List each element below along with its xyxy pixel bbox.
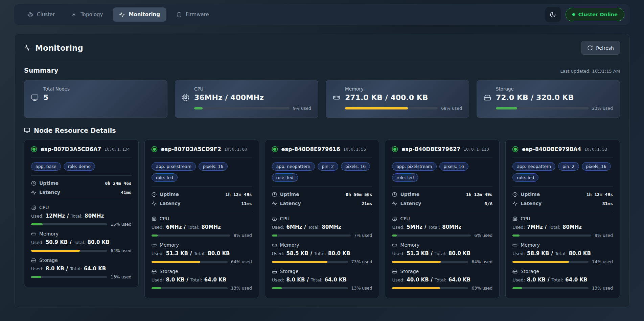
- usage-bar-fill: [345, 107, 408, 109]
- used-label: Used:: [31, 214, 44, 219]
- latency-row: Latency 11ms: [152, 201, 252, 206]
- nav-tab[interactable]: Monitoring: [113, 7, 166, 22]
- divider: [512, 211, 613, 211]
- summary-card-value: 271.0 KB / 400.0 KB: [345, 93, 462, 102]
- memory-metric: Memory Used:58.9 KB/Total:80.0 KB 74% us…: [512, 242, 613, 264]
- cpu-metric-label: CPU: [39, 205, 49, 210]
- total-label: Total:: [555, 251, 567, 256]
- cluster-status-label: Cluster Online: [578, 12, 618, 17]
- harddrive-icon: [484, 94, 491, 101]
- usage-bar-row: 13% used: [31, 274, 132, 279]
- latency-row: Latency 21ms: [272, 201, 372, 206]
- refresh-button[interactable]: Refresh: [581, 41, 620, 55]
- slash: /: [70, 239, 71, 245]
- node-tags: app: pixelstream pixels: 16 role: led: [152, 162, 252, 182]
- used-label: Used:: [272, 277, 284, 282]
- used-label: Used:: [31, 266, 44, 271]
- node-status-dot-icon: [393, 148, 396, 151]
- node-ip: 10.0.1.134: [104, 147, 130, 152]
- slash: /: [66, 266, 68, 272]
- node-card-header: esp-807D3A5CD6A7 10.0.1.134: [31, 146, 132, 152]
- storage-metric: Storage Used:8.0 KB/Total:64.0 KB 13% us…: [31, 257, 132, 279]
- nav-tab[interactable]: Firmware: [170, 7, 215, 22]
- cpu-used-value: 6MHz: [286, 224, 302, 230]
- cpu-metric: CPU Used:12MHz/Total:80MHz 15% used: [31, 205, 132, 227]
- storage-total-value: 64.0 KB: [565, 277, 587, 283]
- storage-used-value: 40.0 KB: [407, 277, 429, 283]
- summary-card: CPU 36MHz / 400MHz 9% used: [175, 80, 318, 118]
- usage-percent-label: 63% used: [472, 286, 492, 291]
- cluster-status-badge: Cluster Online: [566, 8, 624, 21]
- nav-tab[interactable]: Topology: [65, 7, 109, 22]
- uptime-row: Uptime 1h 12m 49s: [392, 192, 492, 197]
- divider: [392, 187, 492, 187]
- node-ip: 10.0.1.53: [584, 147, 607, 152]
- usage-bar-track: [31, 223, 107, 225]
- cpu-metric-label: CPU: [400, 216, 410, 221]
- slash: /: [187, 277, 188, 283]
- activity-icon: [119, 12, 125, 18]
- storage-metric: Storage Used:8.0 KB/Total:64.0 KB 13% us…: [512, 269, 613, 291]
- usage-percent-label: 9% used: [293, 106, 311, 111]
- node-card: esp-807D3A5CD9F2 10.0.1.60 app: pixelstr…: [144, 140, 259, 298]
- memory-metric-label: Memory: [160, 242, 179, 248]
- clock-icon: [272, 192, 277, 197]
- usage-bar-fill: [496, 107, 517, 109]
- activity-icon: [512, 201, 518, 206]
- cpu-total-value: 80MHz: [202, 224, 221, 230]
- summary-cards: Total Nodes 5 CPU 36MHz / 400MHz 9% used…: [24, 80, 620, 118]
- latency-value: 11ms: [241, 201, 252, 206]
- latency-value: 41ms: [121, 190, 131, 195]
- node-card-header: esp-840D8E979627 10.0.1.110: [392, 146, 492, 152]
- nav-tab-label: Monitoring: [129, 11, 160, 18]
- uptime-label: Uptime: [280, 192, 299, 197]
- slash: /: [424, 224, 426, 230]
- harddrive-icon: [31, 258, 36, 263]
- usage-bar-fill: [272, 287, 282, 289]
- usage-percent-label: 6% used: [474, 233, 492, 238]
- usage-bar-fill: [152, 234, 158, 237]
- usage-bar-row: 74% used: [512, 259, 613, 264]
- used-label: Used:: [512, 251, 525, 256]
- tag-pill: pixels: 16: [439, 162, 468, 171]
- usage-bar-track: [152, 287, 228, 289]
- latency-row: Latency 31ms: [512, 201, 613, 206]
- status-dot-icon: [572, 13, 575, 16]
- usage-bar-row: 8% used: [152, 233, 252, 238]
- usage-bar-track: [152, 234, 230, 237]
- usage-percent-label: 13% used: [592, 286, 613, 291]
- divider: [152, 187, 252, 187]
- divider: [272, 157, 372, 157]
- latency-label: Latency: [521, 201, 542, 206]
- memory-used-value: 58.9 KB: [527, 250, 549, 256]
- memory-icon: [31, 231, 36, 237]
- activity-icon: [24, 45, 31, 51]
- latency-value: N/A: [485, 201, 492, 206]
- tag-pill: role: led: [512, 173, 538, 182]
- usage-bar-track: [512, 287, 589, 289]
- nav-tab[interactable]: Cluster: [21, 7, 61, 22]
- page-title: Monitoring: [24, 44, 83, 52]
- cpu-metric: CPU Used:5MHz/Total:80MHz 6% used: [392, 216, 492, 238]
- theme-toggle-button[interactable]: [545, 7, 561, 22]
- cpu-total-value: 80MHz: [322, 224, 341, 230]
- memory-total-value: 80.0 KB: [208, 250, 230, 256]
- tag-pill: app: pixelstream: [392, 162, 436, 171]
- usage-bar-row: 63% used: [392, 286, 492, 291]
- node-name: esp-840D8E979627: [401, 146, 460, 152]
- node-name: esp-840D8E979616: [281, 146, 340, 152]
- slash: /: [551, 250, 553, 256]
- storage-used-value: 8.0 KB: [527, 277, 546, 283]
- usage-bar-fill: [392, 234, 397, 237]
- usage-bar-track: [31, 250, 107, 252]
- node-name: esp-807D3A5CD6A7: [41, 146, 101, 152]
- cpu-metric: CPU Used:6MHz/Total:80MHz 7% used: [272, 216, 372, 238]
- divider: [272, 211, 372, 211]
- storage-total-value: 64.0 KB: [448, 277, 470, 283]
- node-card-header: esp-840D8E979616 10.0.1.55: [272, 146, 372, 152]
- usage-bar-row: 9% used: [194, 106, 311, 111]
- divider: [512, 187, 613, 187]
- node-status-dot-icon: [153, 148, 156, 151]
- node-ip: 10.0.1.55: [343, 147, 366, 152]
- usage-bar-track: [512, 234, 591, 237]
